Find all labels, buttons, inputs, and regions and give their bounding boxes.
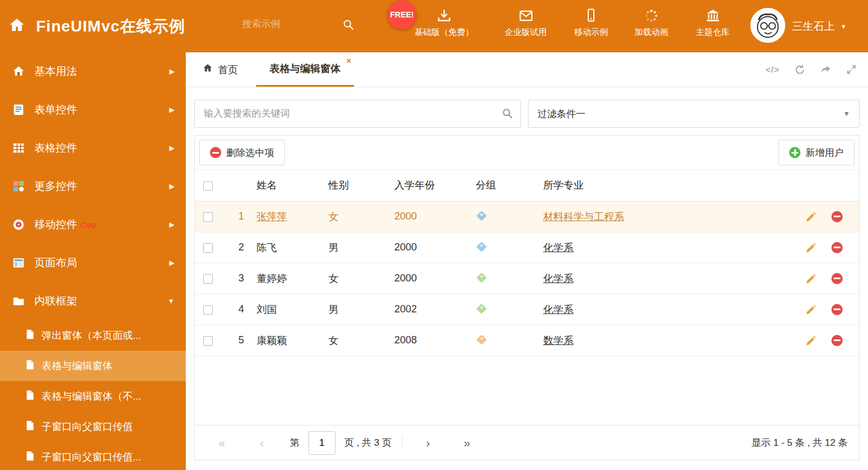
- column-header-name[interactable]: 姓名: [257, 170, 329, 201]
- tag-icon: [476, 334, 486, 344]
- tab-home[interactable]: 首页: [203, 52, 238, 87]
- major-link[interactable]: 数学系: [543, 335, 574, 346]
- major-link[interactable]: 化学系: [543, 304, 574, 315]
- chevron-right-icon: ▶: [169, 182, 175, 190]
- sidebar-subitem-grid-edit-window-2[interactable]: 表格与编辑窗体（不...: [0, 381, 186, 411]
- row-checkbox[interactable]: [203, 274, 213, 284]
- sidebar-item-basic-usage[interactable]: 基本用法 ▶: [0, 52, 186, 91]
- table-row[interactable]: 4 刘国 男 2002 化学系: [195, 294, 859, 325]
- chevron-right-icon: ▶: [169, 144, 175, 152]
- house-icon: [12, 65, 26, 78]
- students-table: 姓名 性别 入学年份 分组 所学专业 1 张萍萍 女 2000 材料科学与工程系: [195, 170, 859, 356]
- mobile-ring-icon: [12, 218, 26, 231]
- file-icon: [26, 451, 34, 464]
- edit-icon[interactable]: [806, 242, 817, 253]
- edit-icon[interactable]: [806, 273, 817, 284]
- refresh-icon[interactable]: [794, 64, 806, 75]
- source-code-icon[interactable]: </>: [766, 65, 780, 74]
- edit-icon[interactable]: [806, 335, 817, 346]
- sidebar-item-form-controls[interactable]: 表单控件 ▶: [0, 91, 186, 129]
- tag-icon: [476, 272, 486, 283]
- header-search-input[interactable]: [242, 19, 329, 30]
- row-checkbox[interactable]: [203, 336, 213, 346]
- envelope-icon: [518, 7, 534, 23]
- column-header-year[interactable]: 入学年份: [394, 170, 476, 201]
- nav-label: 企业版试用: [505, 27, 547, 38]
- sidebar-subitem-label: 表格与编辑窗体: [42, 359, 113, 373]
- nav-enterprise-trial[interactable]: 企业版试用: [493, 7, 558, 38]
- student-name-link[interactable]: 张萍萍: [257, 211, 287, 222]
- tab-grid-edit-window[interactable]: 表格与编辑窗体 ×: [256, 52, 354, 87]
- delete-icon[interactable]: [831, 211, 843, 222]
- chevron-right-icon: ▶: [169, 68, 175, 75]
- sidebar-item-mobile-controls[interactable]: 移动控件 Corp. ▶: [0, 205, 186, 244]
- avatar[interactable]: [750, 8, 785, 43]
- chevron-down-icon: ▼: [840, 23, 847, 30]
- nav-theme-store[interactable]: 主题仓库: [686, 7, 740, 38]
- table-row[interactable]: 1 张萍萍 女 2000 材料科学与工程系: [195, 201, 859, 232]
- search-icon[interactable]: [342, 19, 355, 33]
- row-checkbox[interactable]: [203, 212, 213, 222]
- delete-icon[interactable]: [831, 273, 843, 284]
- sidebar-subitem-label: 子窗口向父窗口传值: [42, 420, 133, 433]
- main-content: 首页 表格与编辑窗体 × </> 过滤条件一 ▼: [186, 52, 868, 470]
- search-icon[interactable]: [502, 108, 513, 122]
- prev-page-button[interactable]: ‹: [260, 436, 264, 450]
- nav-basic-free[interactable]: 基础版（免费）: [406, 7, 482, 38]
- edit-icon[interactable]: [806, 304, 817, 315]
- grid-panel: 删除选中项 新增用户 姓名 性别 入学年份 分组 所学专业: [194, 135, 860, 460]
- nav-mobile-demo[interactable]: 移动示例: [566, 7, 616, 38]
- sidebar: 基本用法 ▶ 表单控件 ▶ 表格控件 ▶ 更多控件 ▶ 移动控件 Corp. ▶: [0, 52, 186, 470]
- sidebar-item-page-layout[interactable]: 页面布局 ▶: [0, 244, 186, 282]
- share-icon[interactable]: [820, 64, 831, 75]
- major-link[interactable]: 化学系: [543, 273, 574, 284]
- expand-icon[interactable]: [846, 64, 857, 75]
- sidebar-subitem-child-to-parent-2[interactable]: 子窗口向父窗口传值...: [0, 442, 186, 470]
- page-number-input[interactable]: [308, 431, 335, 455]
- row-checkbox[interactable]: [203, 243, 213, 253]
- column-header-group[interactable]: 分组: [476, 170, 543, 201]
- sidebar-subitem-label: 表格与编辑窗体（不...: [42, 390, 141, 403]
- column-header-index: [226, 170, 257, 201]
- gender-cell: 女: [329, 263, 395, 294]
- major-link[interactable]: 化学系: [543, 242, 574, 253]
- keyword-search-input[interactable]: [194, 100, 521, 128]
- gender-cell: 男: [329, 294, 395, 325]
- column-header-gender[interactable]: 性别: [329, 170, 395, 201]
- edit-icon[interactable]: [806, 211, 817, 222]
- tab-active-label: 表格与编辑窗体: [270, 62, 341, 75]
- sidebar-item-more-controls[interactable]: 更多控件 ▶: [0, 167, 186, 205]
- column-header-major[interactable]: 所学专业: [543, 170, 799, 201]
- sidebar-subitem-popup-window[interactable]: 弹出窗体（本页面或...: [0, 320, 186, 351]
- free-badge: FREE!: [387, 0, 417, 29]
- delete-icon[interactable]: [831, 304, 843, 315]
- mobile-icon: [584, 7, 598, 23]
- delete-selected-button[interactable]: 删除选中项: [199, 140, 285, 165]
- add-user-button[interactable]: 新增用户: [778, 140, 854, 165]
- nav-label: 主题仓库: [696, 27, 730, 38]
- sidebar-item-iframe[interactable]: 内联框架 ▼: [0, 282, 186, 320]
- file-icon: [26, 360, 34, 373]
- sidebar-subitem-label: 子窗口向父窗口传值...: [42, 450, 141, 464]
- chevron-down-icon: ▼: [168, 297, 175, 305]
- delete-icon[interactable]: [831, 242, 843, 253]
- last-page-button[interactable]: »: [464, 436, 471, 450]
- next-page-button[interactable]: ›: [426, 436, 430, 450]
- filter-dropdown[interactable]: 过滤条件一 ▼: [528, 100, 860, 128]
- table-row[interactable]: 3 董婷婷 女 2000 化学系: [195, 263, 859, 294]
- row-number: 3: [226, 263, 257, 294]
- sidebar-subitem-child-to-parent[interactable]: 子窗口向父窗口传值: [0, 411, 186, 442]
- table-row[interactable]: 5 康颖颖 女 2008 数学系: [195, 325, 859, 356]
- home-icon[interactable]: [8, 17, 25, 36]
- major-link[interactable]: 材料科学与工程系: [543, 211, 624, 222]
- delete-icon[interactable]: [831, 335, 843, 346]
- table-row[interactable]: 2 陈飞 男 2000 化学系: [195, 232, 859, 263]
- sidebar-subitem-grid-edit-window[interactable]: 表格与编辑窗体: [0, 351, 186, 381]
- nav-loading-animation[interactable]: 加载动画: [626, 7, 677, 38]
- first-page-button[interactable]: «: [218, 436, 225, 450]
- row-checkbox[interactable]: [203, 305, 213, 315]
- user-menu[interactable]: 三生石上 ▼: [792, 19, 847, 34]
- select-all-checkbox[interactable]: [203, 181, 213, 191]
- sidebar-item-grid-controls[interactable]: 表格控件 ▶: [0, 129, 186, 167]
- close-icon[interactable]: ×: [346, 56, 351, 65]
